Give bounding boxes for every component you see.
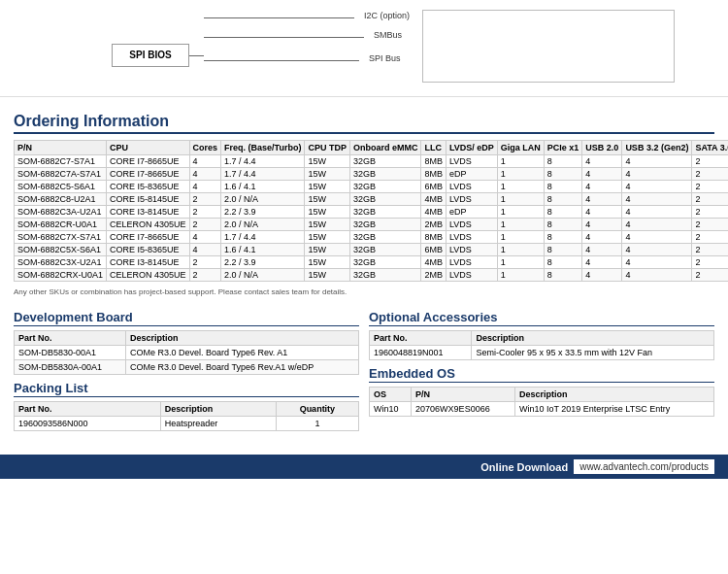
- table-cell: 15W: [305, 193, 350, 206]
- table-row: SOM-DB5830-00A1COMe R3.0 Devel. Board Ty…: [15, 346, 359, 360]
- table-row: SOM-6882C7-S7A1CORE I7-8665UE41.7 / 4.41…: [15, 155, 729, 168]
- table-cell: 1.6 / 4.1: [221, 181, 305, 193]
- table-cell: 4: [622, 256, 692, 269]
- table-row: SOM-6882C5X-S6A1CORE I5-8365UE41.6 / 4.1…: [15, 244, 729, 256]
- table-cell: 32GB: [349, 219, 421, 231]
- table-cell: LVDS: [446, 155, 497, 168]
- table-cell: 2.0 / N/A: [221, 219, 305, 231]
- table-cell: 4MB: [421, 193, 447, 206]
- table-cell: 32GB: [349, 206, 421, 219]
- table-cell: 1: [497, 231, 544, 244]
- table-cell: LVDS: [446, 219, 497, 231]
- ordering-col-header: Onboard eMMC: [349, 141, 421, 155]
- table-cell: 4: [622, 219, 692, 231]
- table-cell: 32GB: [349, 269, 421, 282]
- table-cell: CORE I7-8665UE: [107, 168, 190, 181]
- spi-bios-label: SPI BIOS: [129, 50, 171, 60]
- table-cell: SOM-DB5830-00A1: [15, 346, 126, 360]
- table-cell: 32GB: [349, 256, 421, 269]
- table-cell: CELERON 4305UE: [107, 219, 190, 231]
- table-cell: SOM-6882C5X-S6A1: [15, 244, 107, 256]
- table-cell: 2: [692, 244, 728, 256]
- table-cell: 4: [582, 256, 622, 269]
- table-cell: 4: [622, 181, 692, 193]
- table-cell: 4MB: [421, 256, 447, 269]
- col-header: Part No.: [15, 331, 126, 346]
- table-cell: 8MB: [421, 231, 447, 244]
- spi-connector-line: [189, 55, 204, 56]
- ordering-col-header: USB 2.0: [582, 141, 622, 155]
- table-cell: 2: [692, 168, 728, 181]
- left-col: Development Board Part No.Description SO…: [14, 304, 359, 437]
- spi-bus-line: [204, 60, 359, 61]
- diagram-inner: I2C (option) SMBus SPI Bus SPI BIOS: [34, 5, 694, 92]
- smbus-label: SMBus: [374, 30, 402, 40]
- table-cell: 1: [276, 417, 358, 431]
- table-cell: CORE I3-8145UE: [107, 256, 190, 269]
- table-cell: 8: [544, 269, 582, 282]
- ordering-col-header: USB 3.2 (Gen2): [622, 141, 692, 155]
- table-cell: 2: [692, 231, 728, 244]
- table-cell: 1: [497, 256, 544, 269]
- table-row: SOM-6882CRX-U0A1CELERON 4305UE22.0 / N/A…: [15, 269, 729, 282]
- table-cell: 4: [582, 155, 622, 168]
- table-cell: 20706WX9ES0066: [412, 402, 515, 417]
- table-cell: 2: [189, 256, 221, 269]
- table-cell: 4: [582, 168, 622, 181]
- table-row: SOM-6882C5-S6A1CORE I5-8365UE41.6 / 4.11…: [15, 181, 729, 193]
- table-cell: 4: [189, 155, 221, 168]
- table-row: SOM-6882C7A-S7A1CORE I7-8665UE41.7 / 4.4…: [15, 168, 729, 181]
- table-cell: 8MB: [421, 168, 447, 181]
- table-cell: Win10 IoT 2019 Enterprise LTSC Entry: [514, 402, 713, 417]
- table-cell: 1.7 / 4.4: [221, 231, 305, 244]
- col-header: P/N: [412, 388, 515, 402]
- table-cell: 8: [544, 256, 582, 269]
- table-cell: 1.7 / 4.4: [221, 155, 305, 168]
- footer-label: Online Download: [480, 461, 568, 473]
- table-cell: Win10: [370, 402, 412, 417]
- main-content: Ordering Information P/NCPUCoresFreq. (B…: [0, 97, 728, 445]
- table-cell: CELERON 4305UE: [107, 269, 190, 282]
- optional-acc-table: Part No.Description 1960048819N001Semi-C…: [369, 330, 714, 360]
- table-cell: 4: [582, 206, 622, 219]
- table-cell: 2: [692, 181, 728, 193]
- ordering-col-header: LLC: [421, 141, 447, 155]
- table-cell: CORE I5-8145UE: [107, 193, 190, 206]
- table-cell: 1: [497, 155, 544, 168]
- col-header: Description: [514, 388, 713, 402]
- table-cell: 2: [189, 219, 221, 231]
- table-cell: SOM-6882CR-U0A1: [15, 219, 107, 231]
- table-cell: 1960048819N001: [370, 346, 472, 360]
- table-cell: COMe R3.0 Devel. Board Type6 Rev.A1 w/eD…: [126, 360, 359, 375]
- table-cell: eDP: [446, 168, 497, 181]
- packing-list-table: Part No.DescriptionQuantity 1960093586N0…: [14, 401, 359, 431]
- table-cell: 2.0 / N/A: [221, 269, 305, 282]
- table-cell: 4: [622, 231, 692, 244]
- table-cell: 15W: [305, 206, 350, 219]
- table-cell: 32GB: [349, 155, 421, 168]
- ordering-col-header: P/N: [15, 141, 107, 155]
- table-cell: 2: [189, 193, 221, 206]
- ordering-note: Any other SKUs or combination has projec…: [14, 287, 714, 296]
- smbus-line: [204, 37, 364, 38]
- table-cell: 4: [189, 231, 221, 244]
- table-cell: 15W: [305, 155, 350, 168]
- table-cell: SOM-6882CRX-U0A1: [15, 269, 107, 282]
- table-cell: 32GB: [349, 181, 421, 193]
- table-cell: 32GB: [349, 168, 421, 181]
- embedded-os-title: Embedded OS: [369, 366, 714, 383]
- table-cell: 32GB: [349, 231, 421, 244]
- table-cell: SOM-6882C7-S7A1: [15, 155, 107, 168]
- table-cell: 4: [189, 244, 221, 256]
- ordering-col-header: Freq. (Base/Turbo): [221, 141, 305, 155]
- col-header: Part No.: [370, 331, 472, 346]
- i2c-label: I2C (option): [364, 11, 410, 20]
- table-cell: 2MB: [421, 219, 447, 231]
- table-cell: 4MB: [421, 206, 447, 219]
- table-row: 1960093586N000Heatspreader1: [15, 417, 359, 431]
- table-cell: LVDS: [446, 244, 497, 256]
- spi-bios-box: SPI BIOS: [112, 44, 189, 67]
- table-cell: 8: [544, 219, 582, 231]
- table-cell: 1: [497, 206, 544, 219]
- table-cell: 15W: [305, 219, 350, 231]
